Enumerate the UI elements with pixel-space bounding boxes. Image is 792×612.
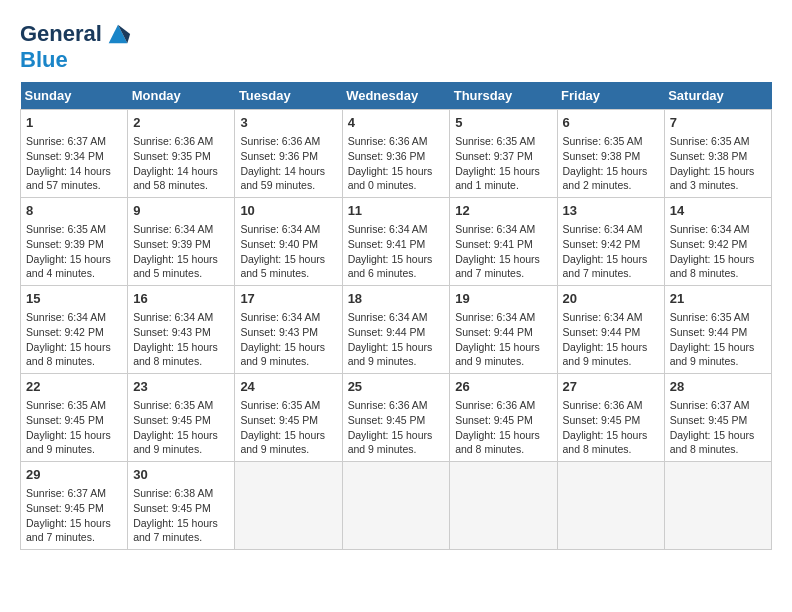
day-info: Sunrise: 6:37 AMSunset: 9:34 PMDaylight:… [26, 134, 122, 193]
day-number: 15 [26, 290, 122, 308]
day-info: Sunrise: 6:37 AMSunset: 9:45 PMDaylight:… [26, 486, 122, 545]
day-info: Sunrise: 6:38 AMSunset: 9:45 PMDaylight:… [133, 486, 229, 545]
calendar-cell: 20Sunrise: 6:34 AMSunset: 9:44 PMDayligh… [557, 286, 664, 374]
calendar-cell: 14Sunrise: 6:34 AMSunset: 9:42 PMDayligh… [664, 198, 771, 286]
day-number: 6 [563, 114, 659, 132]
day-number: 11 [348, 202, 445, 220]
day-number: 22 [26, 378, 122, 396]
day-number: 12 [455, 202, 551, 220]
page-header: General Blue [20, 20, 772, 72]
col-header-monday: Monday [128, 82, 235, 110]
calendar-week-4: 22Sunrise: 6:35 AMSunset: 9:45 PMDayligh… [21, 374, 772, 462]
calendar-cell: 5Sunrise: 6:35 AMSunset: 9:37 PMDaylight… [450, 110, 557, 198]
day-number: 4 [348, 114, 445, 132]
day-number: 14 [670, 202, 766, 220]
calendar-cell [235, 461, 342, 549]
calendar-cell: 28Sunrise: 6:37 AMSunset: 9:45 PMDayligh… [664, 374, 771, 462]
day-number: 2 [133, 114, 229, 132]
calendar-cell: 27Sunrise: 6:36 AMSunset: 9:45 PMDayligh… [557, 374, 664, 462]
day-info: Sunrise: 6:35 AMSunset: 9:38 PMDaylight:… [563, 134, 659, 193]
day-number: 24 [240, 378, 336, 396]
calendar-cell: 10Sunrise: 6:34 AMSunset: 9:40 PMDayligh… [235, 198, 342, 286]
day-info: Sunrise: 6:35 AMSunset: 9:38 PMDaylight:… [670, 134, 766, 193]
calendar-cell [557, 461, 664, 549]
calendar-cell: 13Sunrise: 6:34 AMSunset: 9:42 PMDayligh… [557, 198, 664, 286]
day-number: 23 [133, 378, 229, 396]
day-number: 26 [455, 378, 551, 396]
day-number: 25 [348, 378, 445, 396]
day-info: Sunrise: 6:36 AMSunset: 9:45 PMDaylight:… [348, 398, 445, 457]
day-number: 29 [26, 466, 122, 484]
col-header-tuesday: Tuesday [235, 82, 342, 110]
day-number: 30 [133, 466, 229, 484]
calendar-cell: 22Sunrise: 6:35 AMSunset: 9:45 PMDayligh… [21, 374, 128, 462]
calendar-cell: 29Sunrise: 6:37 AMSunset: 9:45 PMDayligh… [21, 461, 128, 549]
calendar-cell [664, 461, 771, 549]
day-info: Sunrise: 6:36 AMSunset: 9:45 PMDaylight:… [563, 398, 659, 457]
calendar-table: SundayMondayTuesdayWednesdayThursdayFrid… [20, 82, 772, 550]
day-info: Sunrise: 6:36 AMSunset: 9:36 PMDaylight:… [348, 134, 445, 193]
day-info: Sunrise: 6:36 AMSunset: 9:35 PMDaylight:… [133, 134, 229, 193]
day-info: Sunrise: 6:34 AMSunset: 9:43 PMDaylight:… [133, 310, 229, 369]
day-info: Sunrise: 6:36 AMSunset: 9:45 PMDaylight:… [455, 398, 551, 457]
day-number: 1 [26, 114, 122, 132]
calendar-cell: 26Sunrise: 6:36 AMSunset: 9:45 PMDayligh… [450, 374, 557, 462]
calendar-cell: 15Sunrise: 6:34 AMSunset: 9:42 PMDayligh… [21, 286, 128, 374]
day-number: 16 [133, 290, 229, 308]
day-number: 20 [563, 290, 659, 308]
day-number: 17 [240, 290, 336, 308]
day-number: 28 [670, 378, 766, 396]
calendar-cell: 17Sunrise: 6:34 AMSunset: 9:43 PMDayligh… [235, 286, 342, 374]
calendar-cell: 1Sunrise: 6:37 AMSunset: 9:34 PMDaylight… [21, 110, 128, 198]
day-number: 5 [455, 114, 551, 132]
calendar-week-2: 8Sunrise: 6:35 AMSunset: 9:39 PMDaylight… [21, 198, 772, 286]
day-number: 21 [670, 290, 766, 308]
calendar-cell: 21Sunrise: 6:35 AMSunset: 9:44 PMDayligh… [664, 286, 771, 374]
logo-icon [104, 20, 132, 48]
day-info: Sunrise: 6:34 AMSunset: 9:43 PMDaylight:… [240, 310, 336, 369]
day-info: Sunrise: 6:34 AMSunset: 9:44 PMDaylight:… [563, 310, 659, 369]
col-header-friday: Friday [557, 82, 664, 110]
calendar-week-3: 15Sunrise: 6:34 AMSunset: 9:42 PMDayligh… [21, 286, 772, 374]
day-info: Sunrise: 6:34 AMSunset: 9:40 PMDaylight:… [240, 222, 336, 281]
day-info: Sunrise: 6:34 AMSunset: 9:41 PMDaylight:… [455, 222, 551, 281]
day-number: 27 [563, 378, 659, 396]
day-info: Sunrise: 6:35 AMSunset: 9:45 PMDaylight:… [240, 398, 336, 457]
calendar-cell: 2Sunrise: 6:36 AMSunset: 9:35 PMDaylight… [128, 110, 235, 198]
day-info: Sunrise: 6:35 AMSunset: 9:37 PMDaylight:… [455, 134, 551, 193]
day-info: Sunrise: 6:34 AMSunset: 9:41 PMDaylight:… [348, 222, 445, 281]
day-number: 9 [133, 202, 229, 220]
day-info: Sunrise: 6:35 AMSunset: 9:45 PMDaylight:… [26, 398, 122, 457]
calendar-cell: 24Sunrise: 6:35 AMSunset: 9:45 PMDayligh… [235, 374, 342, 462]
day-number: 19 [455, 290, 551, 308]
calendar-cell: 18Sunrise: 6:34 AMSunset: 9:44 PMDayligh… [342, 286, 450, 374]
logo-blue-text: Blue [20, 47, 68, 72]
day-info: Sunrise: 6:36 AMSunset: 9:36 PMDaylight:… [240, 134, 336, 193]
day-info: Sunrise: 6:34 AMSunset: 9:39 PMDaylight:… [133, 222, 229, 281]
day-info: Sunrise: 6:34 AMSunset: 9:42 PMDaylight:… [563, 222, 659, 281]
logo-text: General [20, 22, 102, 46]
col-header-wednesday: Wednesday [342, 82, 450, 110]
calendar-cell: 12Sunrise: 6:34 AMSunset: 9:41 PMDayligh… [450, 198, 557, 286]
calendar-week-1: 1Sunrise: 6:37 AMSunset: 9:34 PMDaylight… [21, 110, 772, 198]
calendar-cell: 11Sunrise: 6:34 AMSunset: 9:41 PMDayligh… [342, 198, 450, 286]
day-number: 13 [563, 202, 659, 220]
day-info: Sunrise: 6:35 AMSunset: 9:45 PMDaylight:… [133, 398, 229, 457]
col-header-saturday: Saturday [664, 82, 771, 110]
day-number: 7 [670, 114, 766, 132]
calendar-cell: 30Sunrise: 6:38 AMSunset: 9:45 PMDayligh… [128, 461, 235, 549]
calendar-cell: 19Sunrise: 6:34 AMSunset: 9:44 PMDayligh… [450, 286, 557, 374]
col-header-sunday: Sunday [21, 82, 128, 110]
calendar-cell: 4Sunrise: 6:36 AMSunset: 9:36 PMDaylight… [342, 110, 450, 198]
calendar-cell: 8Sunrise: 6:35 AMSunset: 9:39 PMDaylight… [21, 198, 128, 286]
calendar-cell: 6Sunrise: 6:35 AMSunset: 9:38 PMDaylight… [557, 110, 664, 198]
calendar-cell: 3Sunrise: 6:36 AMSunset: 9:36 PMDaylight… [235, 110, 342, 198]
calendar-cell [342, 461, 450, 549]
day-info: Sunrise: 6:35 AMSunset: 9:44 PMDaylight:… [670, 310, 766, 369]
col-header-thursday: Thursday [450, 82, 557, 110]
day-number: 10 [240, 202, 336, 220]
calendar-week-5: 29Sunrise: 6:37 AMSunset: 9:45 PMDayligh… [21, 461, 772, 549]
calendar-cell: 16Sunrise: 6:34 AMSunset: 9:43 PMDayligh… [128, 286, 235, 374]
logo: General Blue [20, 20, 132, 72]
day-info: Sunrise: 6:34 AMSunset: 9:42 PMDaylight:… [670, 222, 766, 281]
